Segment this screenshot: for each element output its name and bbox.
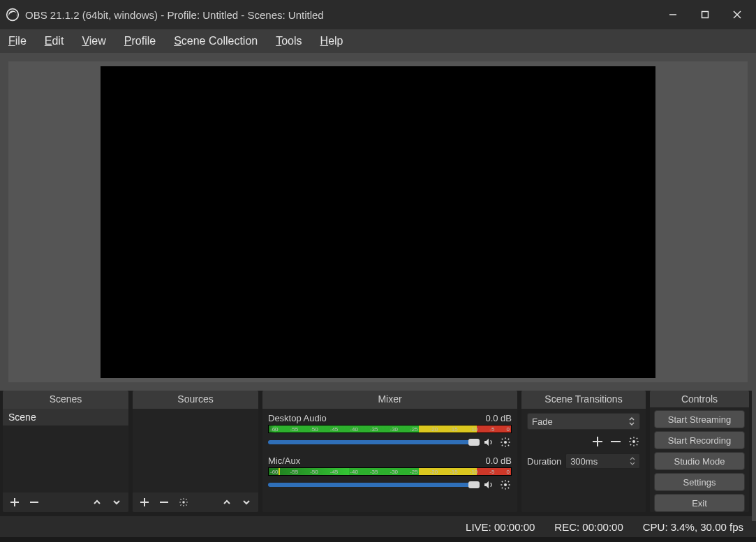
close-button[interactable] [721,3,753,26]
svg-point-11 [182,501,185,504]
menu-file[interactable]: File [4,32,31,50]
preview-area [0,53,756,391]
minimize-button[interactable] [657,3,689,26]
speaker-icon[interactable] [482,479,495,491]
remove-source-button[interactable] [158,496,170,509]
updown-icon [628,416,635,426]
status-live: LIVE: 00:00:00 [466,521,535,533]
channel-db: 0.0 dB [485,456,512,466]
mixer-channel: Mic/Aux 0.0 dB -60-55-50-45-40-35-30-25-… [262,453,517,495]
duration-label: Duration [527,456,561,467]
svg-rect-2 [702,12,709,18]
window-title: OBS 21.1.2 (64bit, windows) - Profile: U… [25,9,651,21]
volume-meter: -60-55-50-45-40-35-30-25-20-15-10-50 [268,425,512,433]
mixer-channel: Desktop Audio 0.0 dB -60-55-50-45-40-35-… [262,410,517,453]
obs-logo-icon [6,8,20,22]
scrollbar[interactable] [752,53,756,521]
menu-scene-collection[interactable]: Scene Collection [170,32,262,50]
scenes-title: Scenes [3,391,128,409]
transitions-dock: Scene Transitions Fade Duration 300ms [521,391,646,512]
add-transition-button[interactable] [591,435,604,448]
menu-profile[interactable]: Profile [120,32,160,50]
status-bar: LIVE: 00:00:00 REC: 00:00:00 CPU: 3.4%, … [0,516,756,537]
exit-button[interactable]: Exit [654,494,745,512]
status-cpu: CPU: 3.4%, 30.00 fps [643,521,743,533]
sources-toolbar [133,492,258,512]
settings-button[interactable]: Settings [654,473,745,491]
start-streaming-button[interactable]: Start Streaming [654,410,745,428]
sources-title: Sources [133,391,258,409]
menu-tools[interactable]: Tools [272,32,306,50]
channel-db: 0.0 dB [485,413,512,423]
studio-mode-button[interactable]: Studio Mode [654,452,745,470]
scene-item[interactable]: Scene [3,409,128,426]
channel-name: Mic/Aux [268,456,300,466]
gear-icon[interactable] [499,479,512,491]
sources-dock: Sources [133,391,258,512]
gear-icon[interactable] [499,436,512,449]
speaker-icon[interactable] [482,436,495,449]
channel-name: Desktop Audio [268,413,327,423]
updown-icon [630,456,635,466]
volume-meter: -60-55-50-45-40-35-30-25-20-15-10-50 [268,467,512,476]
remove-scene-button[interactable] [28,496,40,509]
maximize-button[interactable] [689,3,721,26]
scenes-dock: Scenes Scene [3,391,128,512]
duration-value: 300ms [570,456,598,467]
preview-background [8,61,748,382]
menu-bar: File Edit View Profile Scene Collection … [0,29,756,53]
mixer-dock: Mixer Desktop Audio 0.0 dB -60-55-50-45-… [262,391,517,512]
controls-dock: Controls Start Streaming Start Recording… [650,391,749,512]
volume-slider[interactable] [268,483,478,487]
add-source-button[interactable] [138,496,151,509]
dock-row: Scenes Scene Sources Mixer [0,391,756,516]
move-scene-down-button[interactable] [110,496,123,509]
menu-view[interactable]: View [77,32,110,50]
scenes-list[interactable]: Scene [3,409,128,492]
title-bar: OBS 21.1.2 (64bit, windows) - Profile: U… [0,0,756,29]
add-scene-button[interactable] [8,496,21,509]
preview-canvas[interactable] [101,66,655,378]
transition-select[interactable]: Fade [527,413,640,430]
transition-select-value: Fade [532,416,553,427]
volume-slider[interactable] [268,440,478,444]
controls-body: Start Streaming Start Recording Studio M… [650,407,749,512]
sources-list[interactable] [133,409,258,492]
menu-help[interactable]: Help [316,32,348,50]
transitions-body: Fade Duration 300ms [521,409,646,512]
scenes-toolbar [3,492,128,512]
start-recording-button[interactable]: Start Recording [654,431,745,449]
transitions-title: Scene Transitions [521,391,646,409]
svg-point-12 [504,441,507,444]
svg-point-17 [632,440,635,443]
status-rec: REC: 00:00:00 [554,521,623,533]
transition-properties-button[interactable] [628,435,640,448]
move-source-up-button[interactable] [221,496,233,509]
remove-transition-button[interactable] [609,435,622,448]
menu-edit[interactable]: Edit [40,32,68,50]
mixer-title: Mixer [262,391,517,409]
mixer-body: Desktop Audio 0.0 dB -60-55-50-45-40-35-… [262,409,517,512]
controls-title: Controls [650,391,749,407]
source-properties-button[interactable] [177,496,190,509]
move-scene-up-button[interactable] [91,496,103,509]
move-source-down-button[interactable] [240,496,253,509]
svg-point-13 [504,483,507,486]
duration-spin[interactable]: 300ms [565,453,640,469]
